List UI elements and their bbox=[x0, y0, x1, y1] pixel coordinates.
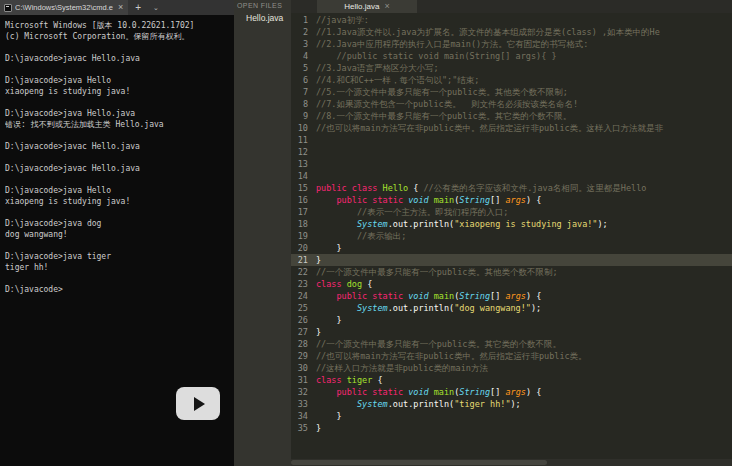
code-text: //1.Java源文件以.java为扩展名。源文件的基本组成部分是类(class… bbox=[316, 26, 732, 38]
line-number: 2 bbox=[291, 26, 316, 38]
code-line[interactable]: 5//3.Java语言严格区分大小写; bbox=[291, 62, 732, 74]
scrollbar-thumb[interactable] bbox=[291, 460, 547, 465]
code-text: public static void main(String[] args) { bbox=[316, 290, 732, 302]
line-number: 10 bbox=[291, 122, 316, 134]
code-line[interactable]: 33 System.out.println("tiger hh!"); bbox=[291, 398, 732, 410]
code-text: } bbox=[316, 326, 732, 338]
code-line[interactable]: 24 public static void main(String[] args… bbox=[291, 290, 732, 302]
code-line[interactable]: 35} bbox=[291, 422, 732, 434]
code-line[interactable]: 13 bbox=[291, 158, 732, 170]
terminal-line: dog wangwang! bbox=[5, 229, 234, 240]
line-number: 33 bbox=[291, 398, 316, 410]
line-number: 35 bbox=[291, 422, 316, 434]
tab-close-icon[interactable]: × bbox=[384, 2, 389, 11]
code-text bbox=[316, 170, 732, 182]
code-line[interactable]: 28//一个源文件中最多只能有一个public类。其它类的个数不限。 bbox=[291, 338, 732, 350]
line-number: 30 bbox=[291, 362, 316, 374]
code-line[interactable]: 18 System.out.println("xiaopeng is study… bbox=[291, 218, 732, 230]
code-line[interactable]: 12 bbox=[291, 146, 732, 158]
horizontal-scrollbar[interactable] bbox=[291, 459, 732, 466]
code-line[interactable]: 30//这样入口方法就是非public类的main方法 bbox=[291, 362, 732, 374]
code-line[interactable]: 22//一个源文件中最多只能有一个public类。其他类个数不限制; bbox=[291, 266, 732, 278]
code-text: //一个源文件中最多只能有一个public类。其他类个数不限制; bbox=[316, 266, 732, 278]
line-number: 18 bbox=[291, 218, 316, 230]
code-line[interactable]: 15public class Hello { //公有类的名字应该和文件.jav… bbox=[291, 182, 732, 194]
code-line[interactable]: 16 public static void main(String[] args… bbox=[291, 194, 732, 206]
terminal-line: D:\javacode>javac Hello.java bbox=[5, 163, 234, 174]
line-number: 27 bbox=[291, 326, 316, 338]
terminal-line: Microsoft Windows [版本 10.0.22621.1702] bbox=[5, 20, 234, 31]
code-line[interactable]: 34 } bbox=[291, 410, 732, 422]
code-line[interactable]: 7//5.一个源文件中最多只能有一个public类。其他类个数不限制; bbox=[291, 86, 732, 98]
tab-hello-java[interactable]: Hello.java × bbox=[317, 0, 417, 13]
terminal-line bbox=[5, 207, 234, 218]
code-text: //7.如果源文件包含一个public类。 则文件名必须按该类名命名! bbox=[316, 98, 732, 110]
line-number: 25 bbox=[291, 302, 316, 314]
code-text: //2.Java中应用程序的执行入口是main()方法。它有固定的书写格式: bbox=[316, 38, 732, 50]
code-text: public static void main(String[] args) { bbox=[316, 194, 732, 206]
line-number: 24 bbox=[291, 290, 316, 302]
code-line[interactable]: 21} bbox=[291, 254, 732, 266]
line-number: 14 bbox=[291, 170, 316, 182]
terminal-line bbox=[5, 97, 234, 108]
code-lines: 1//java初学:2//1.Java源文件以.java为扩展名。源文件的基本组… bbox=[291, 14, 732, 434]
terminal-line: D:\javacode>javac Hello.java bbox=[5, 141, 234, 152]
code-text bbox=[316, 158, 732, 170]
cmd-icon bbox=[4, 4, 12, 12]
editor-sidebar: OPEN FILES Hello.java bbox=[234, 0, 291, 466]
code-line[interactable]: 26 } bbox=[291, 314, 732, 326]
code-text: //3.Java语言严格区分大小写; bbox=[316, 62, 732, 74]
terminal-line bbox=[5, 240, 234, 251]
code-line[interactable]: 1//java初学: bbox=[291, 14, 732, 26]
code-line[interactable]: 27} bbox=[291, 326, 732, 338]
code-text: public class Hello { //公有类的名字应该和文件.java名… bbox=[316, 182, 732, 194]
line-number: 34 bbox=[291, 410, 316, 422]
code-line[interactable]: 17 //表示一个主方法。即我们程序的入口; bbox=[291, 206, 732, 218]
code-text: //java初学: bbox=[316, 14, 732, 26]
code-line[interactable]: 32 public static void main(String[] args… bbox=[291, 386, 732, 398]
code-text: System.out.println("tiger hh!"); bbox=[316, 398, 732, 410]
terminal-tab-title: C:\Windows\System32\cmd.e bbox=[15, 3, 113, 12]
code-line[interactable]: 14 bbox=[291, 170, 732, 182]
code-text: //4.和C和C++一样，每个语句以";"结束; bbox=[316, 74, 732, 86]
line-number: 15 bbox=[291, 182, 316, 194]
line-number: 5 bbox=[291, 62, 316, 74]
terminal-line bbox=[5, 152, 234, 163]
code-text: } bbox=[316, 242, 732, 254]
line-number: 17 bbox=[291, 206, 316, 218]
terminal-line bbox=[5, 64, 234, 75]
code-line[interactable]: 9//8.一个源文件中最多只能有一个public类。其它类的个数不限。 bbox=[291, 110, 732, 122]
code-text: } bbox=[316, 410, 732, 422]
terminal-output[interactable]: Microsoft Windows [版本 10.0.22621.1702](c… bbox=[0, 15, 234, 295]
code-text: //表示输出; bbox=[316, 230, 732, 242]
code-text bbox=[316, 134, 732, 146]
code-line[interactable]: 3//2.Java中应用程序的执行入口是main()方法。它有固定的书写格式: bbox=[291, 38, 732, 50]
code-line[interactable]: 10//也可以将main方法写在非public类中。然后指定运行非public类… bbox=[291, 122, 732, 134]
code-line[interactable]: 20 } bbox=[291, 242, 732, 254]
line-number: 23 bbox=[291, 278, 316, 290]
code-line[interactable]: 4 //public static void main(String[] arg… bbox=[291, 50, 732, 62]
code-line[interactable]: 19 //表示输出; bbox=[291, 230, 732, 242]
terminal-line: xiaopeng is studying java! bbox=[5, 86, 234, 97]
terminal-tab[interactable]: C:\Windows\System32\cmd.e × bbox=[0, 0, 128, 15]
code-line[interactable]: 31class tiger { bbox=[291, 374, 732, 386]
new-tab-button[interactable]: + bbox=[128, 0, 148, 15]
code-area[interactable]: 1//java初学:2//1.Java源文件以.java为扩展名。源文件的基本组… bbox=[291, 13, 732, 466]
terminal-line bbox=[5, 174, 234, 185]
code-text: } bbox=[316, 254, 732, 266]
code-line[interactable]: 6//4.和C和C++一样，每个语句以";"结束; bbox=[291, 74, 732, 86]
code-line[interactable]: 11 bbox=[291, 134, 732, 146]
code-line[interactable]: 29//也可以将main方法写在非public类中。然后指定运行非public类… bbox=[291, 350, 732, 362]
terminal-line: D:\javacode>java tiger bbox=[5, 251, 234, 262]
line-number: 29 bbox=[291, 350, 316, 362]
code-line[interactable]: 23class dog { bbox=[291, 278, 732, 290]
sidebar-item-hello-java[interactable]: Hello.java bbox=[234, 11, 291, 25]
code-line[interactable]: 8//7.如果源文件包含一个public类。 则文件名必须按该类名命名! bbox=[291, 98, 732, 110]
tab-close-icon[interactable]: × bbox=[118, 3, 123, 12]
code-line[interactable]: 2//1.Java源文件以.java为扩展名。源文件的基本组成部分是类(clas… bbox=[291, 26, 732, 38]
line-number: 8 bbox=[291, 98, 316, 110]
terminal-window: C:\Windows\System32\cmd.e × + ⌄ Microsof… bbox=[0, 0, 234, 466]
code-line[interactable]: 25 System.out.println("dog wangwang!"); bbox=[291, 302, 732, 314]
line-number: 1 bbox=[291, 14, 316, 26]
tab-dropdown-icon[interactable]: ⌄ bbox=[148, 0, 164, 15]
